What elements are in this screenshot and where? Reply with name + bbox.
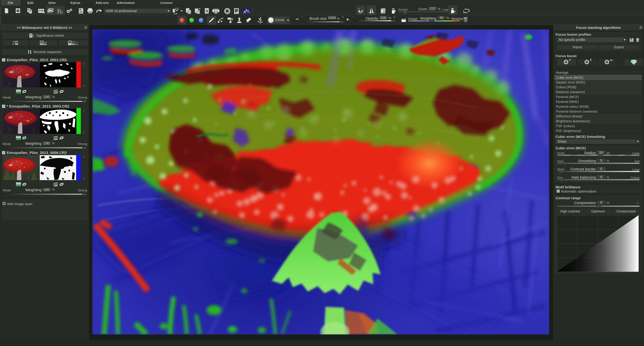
svg-text:?: ?: [32, 34, 34, 38]
svg-text:RAW: RAW: [39, 9, 44, 12]
svg-text:B: B: [206, 9, 208, 13]
